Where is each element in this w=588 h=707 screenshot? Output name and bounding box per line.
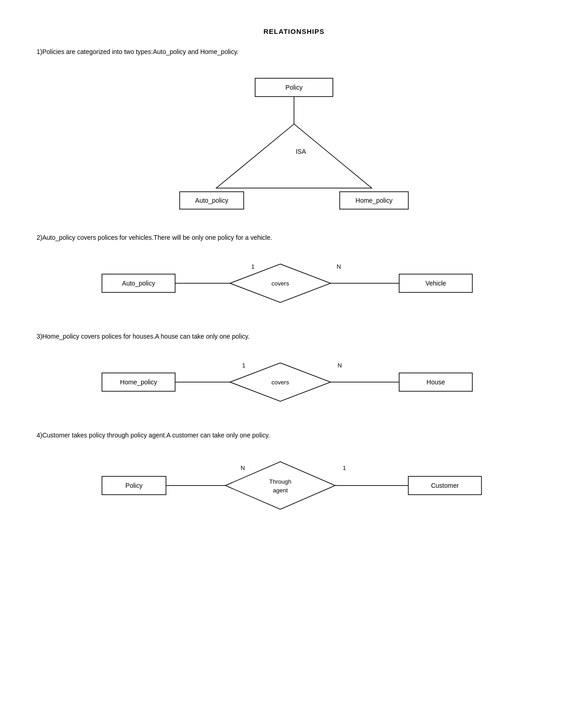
section-3: 3)Home_policy covers polices for houses.…	[37, 333, 551, 413]
er4-diagram: Policy N Through agent 1 Customer	[37, 453, 551, 521]
svg-text:ISA: ISA	[296, 148, 306, 155]
svg-text:House: House	[427, 378, 445, 386]
svg-text:Vehicle: Vehicle	[425, 280, 446, 287]
description-4: 4)Customer takes policy through policy a…	[37, 432, 551, 439]
isa-diagram: Policy ISA Auto_policy Home_policy	[37, 69, 551, 216]
svg-text:Home_policy: Home_policy	[356, 197, 393, 204]
section-1: 1)Policies are categorized into two type…	[37, 48, 551, 216]
er3-diagram: Home_policy 1 covers N House	[37, 354, 551, 413]
svg-text:Customer: Customer	[431, 482, 459, 489]
svg-text:covers: covers	[272, 280, 289, 287]
description-2: 2)Auto_policy covers polices for vehicle…	[37, 234, 551, 241]
svg-text:N: N	[337, 263, 341, 270]
svg-text:1: 1	[251, 263, 254, 270]
er2-diagram: Auto_policy 1 covers N Vehicle	[37, 255, 551, 314]
svg-text:N: N	[241, 464, 245, 471]
page-title: RELATIONSHIPS	[37, 27, 551, 35]
svg-text:1: 1	[342, 464, 346, 471]
svg-marker-3	[216, 124, 372, 188]
svg-text:Policy: Policy	[285, 84, 302, 91]
svg-text:Auto_policy: Auto_policy	[122, 280, 155, 287]
svg-text:1: 1	[242, 362, 245, 369]
section-4: 4)Customer takes policy through policy a…	[37, 432, 551, 521]
svg-text:N: N	[337, 362, 342, 369]
description-1: 1)Policies are categorized into two type…	[37, 48, 551, 55]
svg-text:Through: Through	[269, 478, 291, 485]
svg-text:Policy: Policy	[125, 482, 142, 489]
description-3: 3)Home_policy covers polices for houses.…	[37, 333, 551, 340]
section-2: 2)Auto_policy covers polices for vehicle…	[37, 234, 551, 314]
svg-text:Auto_policy: Auto_policy	[195, 197, 228, 204]
svg-text:agent: agent	[273, 487, 288, 494]
svg-text:Home_policy: Home_policy	[120, 378, 157, 386]
svg-text:covers: covers	[272, 379, 289, 386]
